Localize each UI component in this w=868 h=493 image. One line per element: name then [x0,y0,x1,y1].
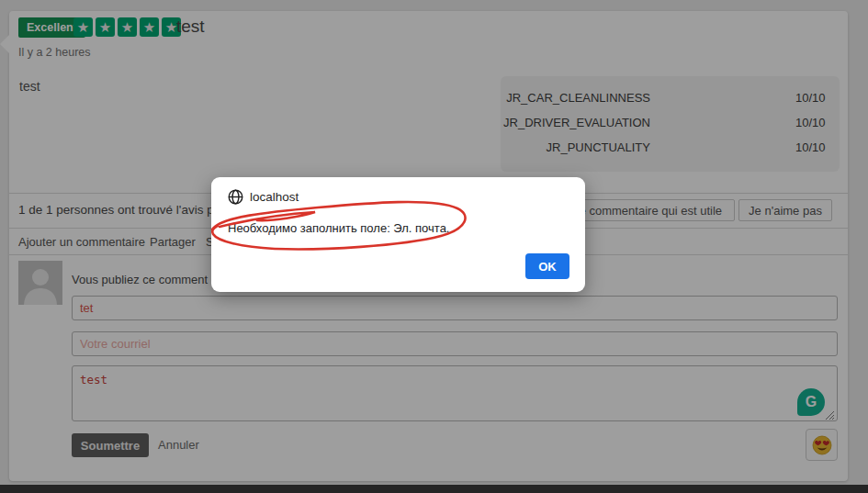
alert-dialog: localhost Необходимо заполнить поле: Эл.… [211,177,585,292]
dialog-message: Необходимо заполнить поле: Эл. почта. [228,221,449,235]
ok-button[interactable]: OK [525,253,569,279]
page: Excellent ★ ★ ★ ★ ★ test Il y a 2 heures… [0,0,868,493]
globe-icon [228,189,243,205]
dialog-origin: localhost [250,190,299,204]
dialog-header: localhost [228,189,299,205]
